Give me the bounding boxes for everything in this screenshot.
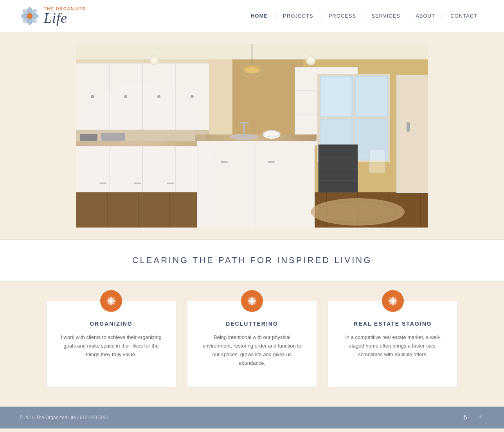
svg-point-67 [151, 57, 157, 63]
decluttering-desc: Being intentional with our physical envi… [199, 333, 305, 367]
organizing-icon [100, 290, 122, 312]
tagline-section: CLEARING THE PATH FOR INSPIRED LIVING [0, 239, 504, 281]
logo-text: THE ORGANIZED Life [44, 7, 86, 25]
svg-point-74 [311, 198, 405, 226]
svg-point-108 [391, 299, 394, 303]
nav-services[interactable]: SERVICES [364, 13, 407, 19]
logo-bottom-text: Life [44, 11, 86, 25]
staging-icon [382, 290, 404, 312]
footer-copyright: © 2016 The Organized Life | 612-220-5921 [20, 415, 109, 420]
decluttering-title: DECLUTTERING [199, 321, 305, 327]
nav-home[interactable]: HOME [244, 13, 275, 19]
organizing-desc: I work with clients to achieve their org… [58, 333, 164, 359]
svg-rect-60 [356, 77, 387, 116]
service-card-staging: REAL ESTATE STAGING In a competitive rea… [328, 301, 457, 387]
svg-rect-53 [239, 122, 249, 124]
service-card-organizing: ORGANIZING I work with clients to achiev… [47, 301, 176, 387]
tagline-text: CLEARING THE PATH FOR INSPIRED LIVING [8, 255, 496, 265]
hero-section [0, 32, 504, 239]
svg-point-9 [29, 15, 31, 17]
nav-contact[interactable]: CONTACT [443, 13, 484, 19]
svg-rect-78 [101, 133, 125, 141]
svg-point-65 [245, 67, 259, 73]
decluttering-icon [241, 290, 263, 312]
svg-rect-80 [397, 75, 428, 192]
site-header: THE ORGANIZED Life HOME | PROJECTS | PRO… [0, 0, 504, 32]
flower-icon-1 [106, 296, 117, 307]
svg-rect-79 [369, 149, 385, 173]
footer-social: 𝝳 f [461, 413, 484, 422]
svg-rect-49 [221, 161, 228, 163]
svg-rect-50 [268, 161, 275, 163]
nav-projects[interactable]: PROJECTS [276, 13, 320, 19]
svg-point-18 [91, 95, 94, 98]
svg-point-90 [110, 299, 113, 303]
staging-desc: In a competitive real estate market, a w… [340, 333, 446, 359]
svg-rect-59 [321, 77, 351, 116]
kitchen-svg [76, 44, 428, 228]
svg-point-69 [308, 57, 313, 63]
main-nav: HOME | PROJECTS | PROCESS | SERVICES | A… [244, 13, 484, 20]
nav-about[interactable]: ABOUT [409, 13, 442, 19]
svg-point-21 [191, 95, 194, 98]
svg-point-54 [263, 131, 280, 139]
organizing-title: ORGANIZING [58, 321, 164, 327]
pinterest-icon[interactable]: 𝝳 [461, 413, 470, 422]
flower-icon-2 [247, 296, 257, 307]
svg-rect-81 [407, 122, 410, 132]
nav-process[interactable]: PROCESS [322, 13, 364, 19]
svg-rect-70 [319, 145, 358, 192]
facebook-icon[interactable]: f [476, 413, 484, 422]
service-card-decluttering: DECLUTTERING Being intentional with our … [187, 301, 317, 387]
services-section: ORGANIZING I work with clients to achiev… [0, 281, 504, 407]
staging-title: REAL ESTATE STAGING [340, 321, 446, 327]
svg-point-99 [250, 299, 254, 303]
hero-image [76, 44, 428, 228]
logo: THE ORGANIZED Life [20, 6, 86, 26]
logo-flower-icon [20, 6, 40, 26]
svg-rect-52 [243, 122, 245, 137]
svg-rect-77 [80, 134, 97, 141]
flower-icon-3 [387, 296, 398, 307]
site-footer: © 2016 The Organized Life | 612-220-5921… [0, 407, 504, 428]
